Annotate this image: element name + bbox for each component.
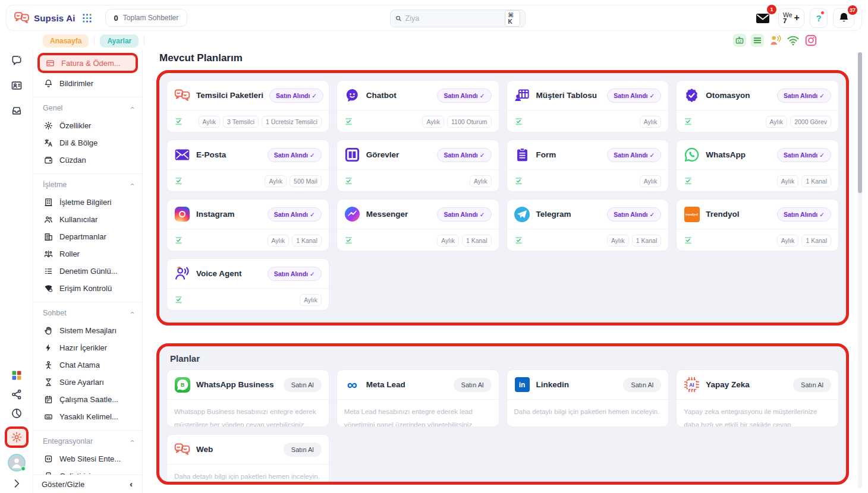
main-content: Mevcut Planlarım Temsilci PaketleriSatın… bbox=[143, 50, 868, 493]
calendar-icon bbox=[44, 395, 53, 404]
search-input[interactable] bbox=[405, 14, 501, 23]
roles-icon bbox=[44, 249, 53, 258]
search-box[interactable]: ⌘ K bbox=[390, 10, 526, 27]
sidebar-item-webcode[interactable]: Web Sitesi Ente... bbox=[33, 450, 142, 467]
sidebar-item-hourglass[interactable]: Süre Ayarları bbox=[33, 374, 142, 391]
plan-detail-chip: 1100 Oturum bbox=[447, 116, 492, 128]
purchased-badge: Satın Alındı ✓ bbox=[607, 89, 661, 103]
sidebar-section-header[interactable]: Sohbet› bbox=[33, 302, 142, 320]
buy-button[interactable]: Satın Al bbox=[623, 378, 661, 392]
question-icon: ? bbox=[816, 13, 821, 23]
usage-icon bbox=[344, 176, 353, 185]
sidebar-item-shield[interactable]: Erişim Kontrolü bbox=[33, 280, 142, 297]
buy-button[interactable]: Satın Al bbox=[454, 378, 492, 392]
inbox-tray-icon[interactable] bbox=[11, 105, 23, 116]
chatbot-square-icon[interactable] bbox=[733, 34, 746, 47]
usage-icon bbox=[514, 236, 523, 245]
buy-button[interactable]: Satın Al bbox=[284, 378, 322, 392]
ai-chip-icon: AI bbox=[684, 377, 700, 393]
help-alert-dot bbox=[821, 11, 824, 14]
pie-chart-icon[interactable] bbox=[11, 407, 23, 419]
sidebar-toggle-footer[interactable]: Göster/Gizle ‹ bbox=[33, 475, 142, 493]
plan-card-trendyol: trendyolTrendyolSatın Alındı ✓Aylık1 Kan… bbox=[676, 199, 839, 251]
sidebar-section-header[interactable]: Genel› bbox=[33, 97, 142, 115]
messenger-gradient-icon[interactable] bbox=[822, 34, 835, 47]
plan-card-whatsapp: WhatsAppSatın Alındı ✓Aylık1 Kanal bbox=[676, 140, 839, 192]
sidebar-item-department[interactable]: Departmanlar bbox=[33, 228, 142, 245]
tasks-board-icon bbox=[344, 147, 360, 163]
sidebar-item-building[interactable]: İşletme Bilgileri bbox=[33, 194, 142, 211]
chat-bubble-icon[interactable] bbox=[11, 55, 23, 67]
vertical-scrollbar[interactable] bbox=[858, 52, 862, 488]
search-icon bbox=[395, 14, 402, 23]
sidebar-section-header[interactable]: Entegrasyonlar› bbox=[33, 430, 142, 448]
sidebar-section-header[interactable]: İşletme› bbox=[33, 173, 142, 191]
plan-detail-chip: 1 Ücretsiz Temsilci bbox=[262, 116, 322, 128]
sidebar-item-users[interactable]: Kullanıcılar bbox=[33, 211, 142, 228]
person-icon bbox=[44, 361, 53, 369]
tab-ayarlar[interactable]: Ayarlar bbox=[100, 34, 139, 48]
settings-gear-icon[interactable] bbox=[11, 431, 23, 443]
wallet-icon bbox=[44, 156, 53, 165]
wifi-icon[interactable] bbox=[787, 34, 800, 47]
scrollbar-thumb[interactable] bbox=[858, 52, 862, 193]
notifications-button[interactable]: 37 bbox=[833, 8, 854, 28]
sidebar-item-hand[interactable]: Sistem Mesajları bbox=[33, 322, 142, 339]
sidebar-item-roles[interactable]: Roller bbox=[33, 245, 142, 263]
svg-text:B: B bbox=[180, 382, 184, 388]
usage-icon bbox=[684, 176, 693, 185]
chevron-up-icon: › bbox=[127, 183, 136, 185]
widget-button[interactable]: We7 + bbox=[778, 8, 804, 28]
sidebar-item-translate[interactable]: Dil & Bölge bbox=[33, 134, 142, 151]
voice-person-icon[interactable] bbox=[769, 34, 782, 47]
tab-anasayfa[interactable]: Anasayfa bbox=[43, 34, 89, 48]
plan-detail-chip: Aylık bbox=[607, 235, 629, 246]
whatsapp-icon bbox=[684, 147, 700, 163]
bolt-icon bbox=[44, 343, 53, 352]
users-icon bbox=[44, 215, 53, 224]
apps-grid-icon[interactable] bbox=[82, 13, 92, 23]
help-button[interactable]: ? bbox=[810, 8, 828, 28]
sidebar-item-keyboard[interactable]: Yasaklı Kelimel... bbox=[33, 408, 142, 425]
sidebar-item-gear[interactable]: Özellikler bbox=[33, 117, 142, 134]
instagram-outline-icon[interactable] bbox=[804, 34, 817, 47]
sidebar-item-wallet[interactable]: Cüzdan bbox=[33, 151, 142, 169]
plan-card-title: Chatbot bbox=[366, 91, 397, 100]
site-circle-icon[interactable] bbox=[840, 34, 853, 47]
plan-card-title: Yapay Zeka bbox=[706, 380, 750, 389]
sidebar-item-billing[interactable]: Fatura & Ödem... bbox=[37, 53, 138, 73]
expand-chevron-icon[interactable] bbox=[11, 478, 23, 489]
mail-button[interactable]: 1 bbox=[753, 8, 773, 28]
sidebar-item-label: Bildirimler bbox=[59, 79, 93, 88]
total-chats-count: 0 bbox=[114, 14, 118, 23]
sidebar-item-bell[interactable]: Bildirimler bbox=[33, 75, 142, 92]
sidebar-item-bolt[interactable]: Hazır İçerikler bbox=[33, 339, 142, 356]
sidebar-item-label: Departmanlar bbox=[59, 232, 106, 241]
apps-grid-icon[interactable] bbox=[11, 369, 23, 381]
sidebar-item-person[interactable]: Chat Atama bbox=[33, 356, 142, 374]
sidebar-item-label: Yasaklı Kelimel... bbox=[59, 412, 118, 421]
chevron-up-icon: › bbox=[127, 106, 136, 109]
buyable-plan-card-whatsapp-business: BWhatsApp BusinessSatın AlWhatsapp Busin… bbox=[166, 369, 329, 427]
sidebar-item-label: Özellikler bbox=[59, 121, 91, 130]
usage-icon bbox=[174, 295, 183, 304]
svg-text:AI: AI bbox=[690, 382, 694, 388]
linkedin-icon: in bbox=[514, 377, 530, 393]
buy-button[interactable]: Satın Al bbox=[284, 443, 322, 457]
purchased-badge: Satın Alındı ✓ bbox=[268, 148, 322, 162]
sidebar-item-list[interactable]: Denetim Günlü... bbox=[33, 263, 142, 280]
user-avatar[interactable] bbox=[9, 455, 24, 470]
purchased-badge: Satın Alındı ✓ bbox=[268, 267, 322, 281]
share-icon[interactable] bbox=[11, 388, 23, 400]
sidebar-item-label: Cüzdan bbox=[59, 156, 86, 165]
sidebar-item-label: Çalışma Saatle... bbox=[59, 395, 118, 404]
sidebar-item-calendar[interactable]: Çalışma Saatle... bbox=[33, 391, 142, 408]
mail-icon bbox=[756, 12, 770, 25]
plan-card-email-envelope: E-PostaSatın Alındı ✓Aylık500 Mail bbox=[166, 140, 329, 192]
buy-button[interactable]: Satın Al bbox=[793, 378, 831, 392]
list-square-icon[interactable] bbox=[751, 34, 764, 47]
contact-card-icon[interactable] bbox=[11, 80, 23, 91]
plan-detail-chip: 500 Mail bbox=[290, 175, 322, 187]
billing-icon bbox=[46, 59, 55, 68]
customer-table-icon bbox=[514, 87, 530, 103]
